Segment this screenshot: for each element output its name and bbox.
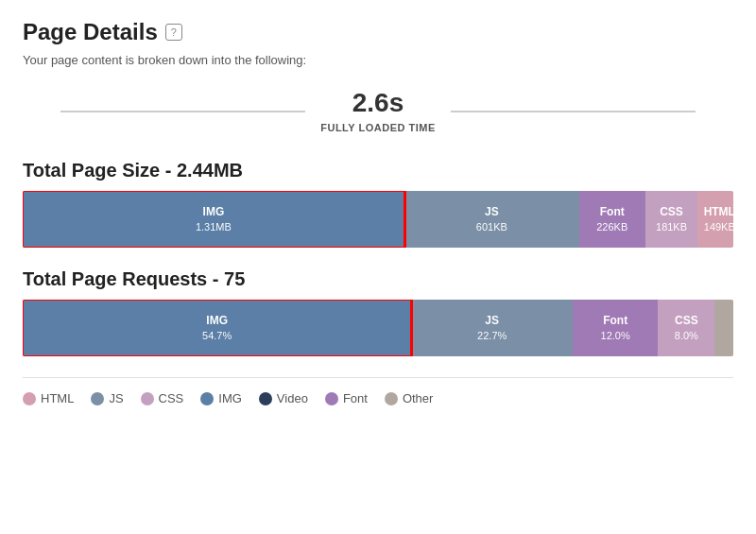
size-section-title: Total Page Size - 2.44MB [23,160,733,181]
legend-label-js: JS [109,391,123,405]
legend-dot-font [325,392,338,405]
legend-label-other: Other [403,391,434,405]
legend-item-video: Video [259,391,308,405]
legend-item-other: Other [385,391,434,405]
requests-bar: IMG54.7%JS22.7%Font12.0%CSS8.0% [23,300,733,356]
legend-dot-video [259,392,272,405]
bar-segment-js[interactable]: JS601KB [404,191,579,248]
time-number: 2.6s [320,88,436,118]
legend-item-css: CSS [141,391,184,405]
bar-segment-other[interactable] [714,300,733,356]
help-icon[interactable]: ? [165,24,182,41]
legend-item-img: IMG [200,391,242,405]
bar-segment-js[interactable]: JS22.7% [411,300,573,356]
requests-section-title: Total Page Requests - 75 [23,268,733,290]
legend-dot-html [23,392,36,405]
page-subtitle: Your page content is broken down into th… [23,53,733,67]
legend-item-js: JS [91,391,123,405]
legend: HTMLJSCSSIMGVideoFontOther [23,377,733,405]
bar-segment-img[interactable]: IMG1.31MB [23,191,404,248]
legend-label-img: IMG [218,391,242,405]
legend-label-video: Video [277,391,308,405]
legend-label-css: CSS [159,391,184,405]
page-header: Page Details ? [23,19,733,45]
time-value-box: 2.6s Fully Loaded Time [305,84,451,139]
bar-segment-img[interactable]: IMG54.7% [23,300,411,356]
page-title: Page Details [23,19,158,45]
bar-segment-font[interactable]: Font226KB [579,191,645,248]
bar-segment-css[interactable]: CSS181KB [645,191,698,248]
legend-dot-other [385,392,398,405]
size-bar: IMG1.31MBJS601KBFont226KBCSS181KBHTML149… [23,191,733,248]
bar-segment-css[interactable]: CSS8.0% [658,300,714,356]
loaded-time-section: 2.6s Fully Loaded Time [23,84,733,139]
legend-label-html: HTML [41,391,74,405]
legend-dot-css [141,392,154,405]
legend-dot-js [91,392,104,405]
legend-item-html: HTML [23,391,74,405]
bar-segment-html[interactable]: HTML149KB [697,191,733,248]
legend-item-font: Font [325,391,368,405]
legend-label-font: Font [343,391,368,405]
time-label: Fully Loaded Time [320,122,436,133]
bar-segment-font[interactable]: Font12.0% [573,300,658,356]
legend-dot-img [200,392,214,405]
